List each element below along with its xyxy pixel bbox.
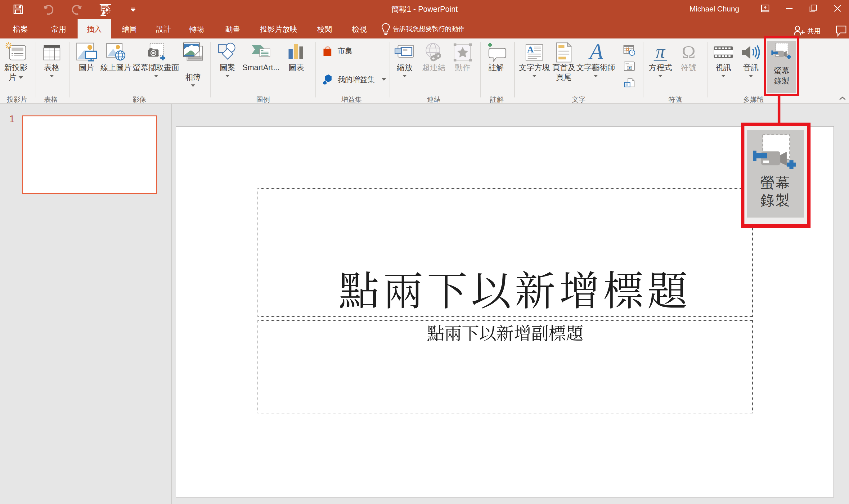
svg-text:A: A <box>588 42 603 63</box>
svg-text:Ω: Ω <box>682 42 696 62</box>
svg-text:#: # <box>628 66 630 70</box>
svg-text:π: π <box>656 42 666 62</box>
